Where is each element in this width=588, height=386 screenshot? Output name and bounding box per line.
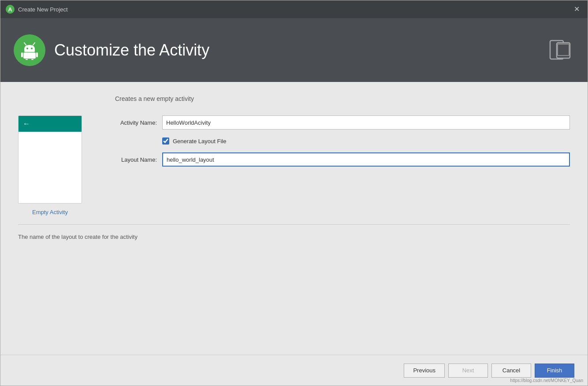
preview-panel: ← Empty Activity <box>18 115 82 215</box>
preview-label: Empty Activity <box>32 209 68 215</box>
window-title: Create New Project <box>18 6 68 13</box>
form-panel: Activity Name: Generate Layout File Layo… <box>100 115 570 167</box>
activity-name-input[interactable] <box>162 115 570 130</box>
back-arrow-icon: ← <box>23 120 30 128</box>
phone-toolbar: ← <box>19 116 82 132</box>
next-button[interactable]: Next <box>448 364 488 378</box>
svg-point-4 <box>26 48 28 49</box>
finish-button[interactable]: Finish <box>535 364 574 378</box>
generate-layout-row: Generate Layout File <box>162 137 570 145</box>
title-bar: A Create New Project ✕ <box>0 0 588 18</box>
svg-rect-7 <box>21 52 23 57</box>
layout-name-input[interactable] <box>162 152 570 167</box>
android-icon-circle <box>14 34 45 66</box>
page-title: Customize the Activity <box>54 41 209 59</box>
svg-line-2 <box>24 43 26 45</box>
activity-name-label: Activity Name: <box>100 119 157 126</box>
generate-layout-checkbox[interactable] <box>162 137 169 145</box>
svg-text:A: A <box>8 6 12 13</box>
svg-rect-10 <box>31 59 33 60</box>
hint-text: The name of the layout to create for the… <box>18 234 570 245</box>
footer: Previous Next Cancel Finish https://blog… <box>0 355 588 386</box>
content-area: Creates a new empty activity ← Empty Act… <box>0 82 588 355</box>
layout-name-row: Layout Name: <box>100 152 570 167</box>
svg-line-3 <box>33 43 35 45</box>
activity-name-row: Activity Name: <box>100 115 570 130</box>
device-preview-icon <box>548 38 574 60</box>
android-logo-icon <box>20 41 39 60</box>
phone-preview: ← <box>18 115 82 204</box>
android-studio-small-icon: A <box>6 5 15 14</box>
layout-name-label: Layout Name: <box>100 156 157 163</box>
cancel-button[interactable]: Cancel <box>491 364 531 378</box>
activity-description: Creates a new empty activity <box>115 95 570 102</box>
close-button[interactable]: ✕ <box>571 5 582 14</box>
title-bar-left: A Create New Project <box>6 5 68 14</box>
previous-button[interactable]: Previous <box>404 364 445 378</box>
main-window: A Create New Project ✕ <box>0 0 588 386</box>
device-icons <box>548 38 574 62</box>
generate-layout-label: Generate Layout File <box>173 138 226 145</box>
svg-rect-8 <box>36 52 38 57</box>
main-area: ← Empty Activity Activity Name: Generate… <box>18 115 570 215</box>
header-area: Customize the Activity <box>0 18 588 82</box>
footer-url: https://blog.csdn.net/MONKEY_Quan <box>510 378 583 383</box>
divider <box>18 224 570 225</box>
svg-rect-6 <box>23 52 36 59</box>
svg-rect-9 <box>26 59 28 60</box>
header-left: Customize the Activity <box>14 34 209 66</box>
svg-point-5 <box>31 48 33 49</box>
